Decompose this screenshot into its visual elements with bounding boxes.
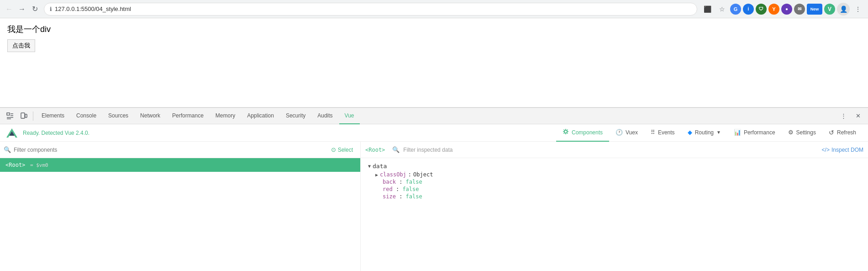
ext-circle-icon[interactable]: ● xyxy=(781,4,792,15)
vue-nav-events[interactable]: ⠿ Events xyxy=(644,124,681,142)
data-classobj-row: ▶ classObj : Object xyxy=(368,171,861,178)
right-pane: <Root> 🔍 Filter inspected data </> Inspe… xyxy=(361,142,868,271)
filter-inspected-placeholder: Filter inspected data xyxy=(403,147,452,153)
root-tag-label: <Root> xyxy=(365,147,385,153)
vue-nav-performance[interactable]: 📊 Performance xyxy=(727,124,782,142)
vue-nav-routing[interactable]: ◆ Routing ▼ xyxy=(681,124,727,142)
component-vm-label: = $vm0 xyxy=(27,162,48,168)
tab-elements[interactable]: Elements xyxy=(36,108,70,124)
ext-mail-icon[interactable]: ✉ xyxy=(794,4,805,15)
reload-button[interactable]: ↻ xyxy=(29,4,40,15)
address-bar[interactable]: ℹ 127.0.0.1:5500/04_style.html xyxy=(44,3,697,16)
performance-icon: 📊 xyxy=(734,129,741,136)
tab-memory[interactable]: Memory xyxy=(210,108,241,124)
inspect-dom-button[interactable]: </> Inspect DOM xyxy=(822,147,863,153)
vue-nav-vuex-label: Vuex xyxy=(626,129,638,136)
page-div-text: 我是一个div xyxy=(7,24,861,35)
tab-security[interactable]: Security xyxy=(280,108,311,124)
ext-shield-icon[interactable]: 🛡 xyxy=(756,4,767,15)
vue-nav-refresh-label: Refresh xyxy=(837,129,856,136)
classobj-type: Object xyxy=(413,171,433,178)
vue-nav-vuex[interactable]: 🕐 Vuex xyxy=(609,124,644,142)
device-toolbar-button[interactable] xyxy=(17,110,30,122)
svg-line-16 xyxy=(563,130,564,131)
vue-nav-performance-label: Performance xyxy=(744,129,775,136)
svg-point-7 xyxy=(23,117,23,118)
ext-y-icon[interactable]: Y xyxy=(768,4,779,15)
routing-icon: ◆ xyxy=(688,129,692,136)
svg-line-19 xyxy=(567,130,568,131)
svg-rect-6 xyxy=(25,114,27,117)
component-item-root[interactable]: <Root> = $vm0 xyxy=(0,158,360,172)
classobj-colon: : xyxy=(408,171,411,178)
toolbar-divider xyxy=(33,112,33,121)
data-section-label: data xyxy=(373,163,387,170)
component-tag: <Root> xyxy=(5,162,25,168)
filter-search-icon: 🔍 xyxy=(4,146,11,153)
profile-icon[interactable]: 👤 xyxy=(837,3,850,16)
tab-console[interactable]: Console xyxy=(71,108,102,124)
svg-rect-5 xyxy=(21,113,25,118)
data-back-row: back : false xyxy=(368,179,861,185)
svg-line-18 xyxy=(563,133,564,134)
size-colon: : xyxy=(399,193,405,200)
devtools-close-button[interactable]: ✕ xyxy=(852,110,864,122)
vue-header: Ready. Detected Vue 2.4.0. xyxy=(0,124,868,142)
events-icon: ⠿ xyxy=(651,129,655,136)
inspect-element-button[interactable] xyxy=(4,110,16,122)
browser-chrome: ← → ↻ ℹ 127.0.0.1:5500/04_style.html ⬛ ☆… xyxy=(0,0,868,18)
vue-ready-text: Ready. Detected Vue 2.4.0. xyxy=(23,130,89,136)
vue-nav-routing-label: Routing xyxy=(695,129,714,136)
back-value: false xyxy=(406,179,422,185)
page-click-button[interactable]: 点击我 xyxy=(7,39,35,52)
ext-new-icon[interactable]: New xyxy=(807,4,822,15)
vue-nav-settings-label: Settings xyxy=(796,129,816,136)
filter-components-input[interactable] xyxy=(14,147,325,153)
filter-bar: 🔍 ⊙ Select xyxy=(0,142,360,158)
devtools-more-button[interactable]: ⋮ xyxy=(837,110,850,122)
refresh-icon: ↺ xyxy=(829,129,834,136)
vue-logo-icon xyxy=(5,127,18,139)
vue-nav-components-label: Components xyxy=(572,129,603,136)
lock-icon: ℹ xyxy=(50,6,52,12)
tab-network[interactable]: Network xyxy=(135,108,166,124)
menu-icon[interactable]: ⋮ xyxy=(852,3,864,16)
svg-rect-0 xyxy=(7,113,10,115)
red-key: red xyxy=(383,186,393,192)
back-button[interactable]: ← xyxy=(4,4,15,15)
components-icon xyxy=(563,128,569,136)
settings-icon: ⚙ xyxy=(788,129,794,136)
red-colon: : xyxy=(396,186,402,192)
vue-nav-components[interactable]: Components xyxy=(556,124,609,142)
right-header: <Root> 🔍 Filter inspected data </> Inspe… xyxy=(361,142,868,158)
tab-vue[interactable]: Vue xyxy=(339,108,360,124)
vue-nav-refresh[interactable]: ↺ Refresh xyxy=(822,124,863,142)
back-colon: : xyxy=(399,179,405,185)
classobj-key: classObj xyxy=(380,171,406,178)
tab-performance[interactable]: Performance xyxy=(167,108,209,124)
right-content: ▼ data ▶ classObj : Object back : f xyxy=(361,158,868,271)
svg-point-11 xyxy=(564,130,567,133)
google-color-icon[interactable]: G xyxy=(730,4,741,15)
vue-ext-icon[interactable]: V xyxy=(824,4,835,15)
data-red-row: red : false xyxy=(368,186,861,192)
select-button[interactable]: ⊙ Select xyxy=(327,144,357,155)
tab-application[interactable]: Application xyxy=(242,108,279,124)
red-value: false xyxy=(402,186,419,192)
size-key: size xyxy=(383,193,396,200)
left-pane: 🔍 ⊙ Select <Root> = $vm0 xyxy=(0,142,361,271)
cast-icon[interactable]: ⬛ xyxy=(701,3,714,16)
vue-panel: Ready. Detected Vue 2.4.0. xyxy=(0,124,868,271)
select-circle-icon: ⊙ xyxy=(331,146,336,153)
tab-sources[interactable]: Sources xyxy=(103,108,134,124)
vue-nav-settings[interactable]: ⚙ Settings xyxy=(782,124,822,142)
inspect-dom-label: Inspect DOM xyxy=(831,147,863,153)
svg-line-17 xyxy=(567,133,568,134)
ext-blue-icon[interactable]: i xyxy=(743,4,754,15)
bookmark-icon[interactable]: ☆ xyxy=(715,3,728,16)
devtools-right-icons: ⋮ ✕ xyxy=(837,110,864,122)
tab-audits[interactable]: Audits xyxy=(312,108,338,124)
nav-buttons: ← → ↻ xyxy=(4,4,40,15)
vuex-icon: 🕐 xyxy=(615,129,623,136)
forward-button[interactable]: → xyxy=(16,4,27,15)
